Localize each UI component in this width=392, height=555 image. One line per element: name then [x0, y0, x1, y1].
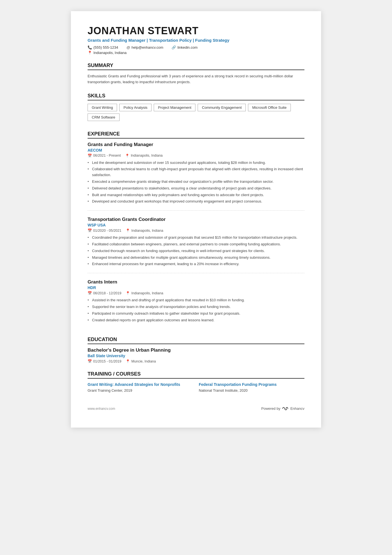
job-title: Transportation Grants Coordinator [88, 217, 304, 222]
calendar-icon: 📅 [88, 228, 92, 233]
edu-meta: 📅 01/2015 - 01/2019 📍 Muncie, Indiana [88, 359, 304, 363]
phone-contact: 📞 (555) 555-1234 [88, 45, 118, 50]
experience-section: EXPERIENCE Grants and Funding Manager AE… [88, 131, 304, 329]
job-dates-item: 📅 01/2020 - 05/2021 [88, 228, 121, 233]
candidate-title: Grants and Funding Manager | Transportat… [88, 38, 304, 43]
job-dates-item: 📅 06/2018 - 12/2019 [88, 291, 121, 295]
footer-website: www.enhancv.com [88, 407, 115, 411]
list-item: Executed a comprehensive grants strategy… [88, 179, 304, 185]
company-name: WSP USA [88, 223, 304, 227]
location-icon: 📍 [88, 51, 92, 55]
experience-container: Grants and Funding Manager AECOM 📅 06/20… [88, 142, 304, 329]
edu-school: Ball State University [88, 354, 304, 358]
phone-icon: 📞 [88, 45, 92, 50]
job-location: Indianapolis, Indiana [131, 229, 163, 233]
linkedin-icon: 🔗 [172, 45, 176, 50]
contact-row: 📞 (555) 555-1234 @ help@enhancv.com 🔗 li… [88, 45, 304, 50]
job-location: Indianapolis, Indiana [131, 154, 163, 157]
edu-dates: 01/2015 - 01/2019 [93, 359, 121, 363]
calendar-icon: 📅 [88, 154, 92, 158]
header: JONATHAN STEWART Grants and Funding Mana… [88, 25, 304, 55]
training-item-title: Federal Transportation Funding Programs [199, 382, 304, 388]
summary-title: SUMMARY [88, 63, 304, 70]
list-item: Collaborated with technical teams to cra… [88, 166, 304, 178]
list-item: Conducted thorough research on funding o… [88, 248, 304, 254]
education-section: EDUCATION Bachelor's Degree in Urban Pla… [88, 337, 304, 363]
brand-name: Enhancv [290, 406, 304, 411]
job-dates: 06/2021 - Present [93, 154, 121, 157]
skill-tag: Microsoft Office Suite [248, 104, 291, 111]
experience-item: Transportation Grants Coordinator WSP US… [88, 217, 304, 273]
education-title: EDUCATION [88, 337, 304, 344]
training-container: Grant Writing: Advanced Strategies for N… [88, 382, 304, 393]
training-item: Grant Writing: Advanced Strategies for N… [88, 382, 193, 393]
training-title: TRAINING / COURSES [88, 371, 304, 379]
job-title: Grants Intern [88, 279, 304, 285]
list-item: Developed and conducted grant workshops … [88, 199, 304, 204]
list-item: Assisted in the research and drafting of… [88, 297, 304, 303]
edu-location-icon: 📍 [126, 359, 130, 363]
experience-title: EXPERIENCE [88, 131, 304, 139]
location-text: Indianapolis, Indiana [93, 51, 126, 55]
list-item: Built and managed relationships with key… [88, 192, 304, 198]
company-name: AECOM [88, 148, 304, 152]
location-pin-icon: 📍 [125, 154, 130, 158]
training-item: Federal Transportation Funding Programs … [199, 382, 304, 393]
skill-tag: Project Management [154, 104, 195, 111]
edu-dates-item: 📅 01/2015 - 01/2019 [88, 359, 121, 363]
job-location: Indianapolis, Indiana [131, 291, 163, 295]
list-item: Led the development and submission of ov… [88, 160, 304, 166]
job-meta: 📅 06/2021 - Present 📍 Indianapolis, Indi… [88, 154, 304, 158]
list-item: Enhanced internal processes for grant ma… [88, 261, 304, 267]
summary-text: Enthusiastic Grants and Funding professi… [88, 73, 304, 85]
resume-container: JONATHAN STEWART Grants and Funding Mana… [71, 11, 321, 428]
job-location-item: 📍 Indianapolis, Indiana [125, 154, 163, 158]
list-item: Managed timelines and deliverables for m… [88, 255, 304, 261]
email-contact: @ help@enhancv.com [126, 45, 163, 50]
job-dates: 06/2018 - 12/2019 [93, 291, 121, 295]
list-item: Delivered detailed presentations to stak… [88, 186, 304, 191]
phone-number: (555) 555-1234 [93, 45, 118, 50]
job-meta: 📅 06/2018 - 12/2019 📍 Indianapolis, Indi… [88, 291, 304, 295]
job-location-item: 📍 Indianapolis, Indiana [126, 228, 163, 233]
skills-container: Grant WritingPolicy AnalysisProject Mana… [88, 104, 304, 123]
list-item: Supported the senior team in the analysi… [88, 304, 304, 310]
training-section: TRAINING / COURSES Grant Writing: Advanc… [88, 371, 304, 393]
linkedin-url: linkedin.com [177, 45, 197, 50]
edu-location-item: 📍 Muncie, Indiana [126, 359, 156, 363]
bullet-list: Led the development and submission of ov… [88, 160, 304, 205]
training-item-org: National Transit Institute, 2020 [199, 388, 304, 393]
experience-item: Grants Intern HDR 📅 06/2018 - 12/2019 📍 … [88, 279, 304, 329]
list-item: Facilitated collaboration between engine… [88, 241, 304, 247]
location-pin-icon: 📍 [126, 291, 130, 295]
job-location-item: 📍 Indianapolis, Indiana [126, 291, 163, 295]
enhancv-logo: Powered by Enhancv [261, 406, 304, 411]
list-item: Coordinated the preparation and submissi… [88, 235, 304, 241]
footer: www.enhancv.com Powered by Enhancv [88, 406, 304, 411]
powered-by-text: Powered by [261, 406, 281, 411]
calendar-icon: 📅 [88, 359, 92, 363]
job-dates-item: 📅 06/2021 - Present [88, 154, 121, 158]
location-pin-icon: 📍 [126, 228, 130, 233]
skill-tag: Policy Analysis [119, 104, 152, 111]
list-item: Participated in community outreach initi… [88, 311, 304, 317]
linkedin-contact: 🔗 linkedin.com [172, 45, 197, 50]
edu-degree: Bachelor's Degree in Urban Planning [88, 347, 304, 353]
bullet-list: Coordinated the preparation and submissi… [88, 235, 304, 267]
job-meta: 📅 01/2020 - 05/2021 📍 Indianapolis, Indi… [88, 228, 304, 233]
email-address: help@enhancv.com [132, 45, 163, 50]
job-title: Grants and Funding Manager [88, 142, 304, 147]
enhancv-icon [282, 406, 289, 411]
location-row: 📍 Indianapolis, Indiana [88, 51, 304, 55]
candidate-name: JONATHAN STEWART [88, 25, 304, 37]
education-item: Bachelor's Degree in Urban Planning Ball… [88, 347, 304, 363]
skills-title: SKILLS [88, 93, 304, 100]
skill-tag: CRM Software [88, 114, 120, 121]
bullet-list: Assisted in the research and drafting of… [88, 297, 304, 323]
edu-location: Muncie, Indiana [131, 359, 156, 363]
summary-section: SUMMARY Enthusiastic Grants and Funding … [88, 63, 304, 85]
training-item-org: Grant Training Center, 2019 [88, 388, 193, 393]
calendar-icon: 📅 [88, 291, 92, 295]
job-dates: 01/2020 - 05/2021 [93, 229, 121, 233]
skill-tag: Community Engagement [198, 104, 246, 111]
